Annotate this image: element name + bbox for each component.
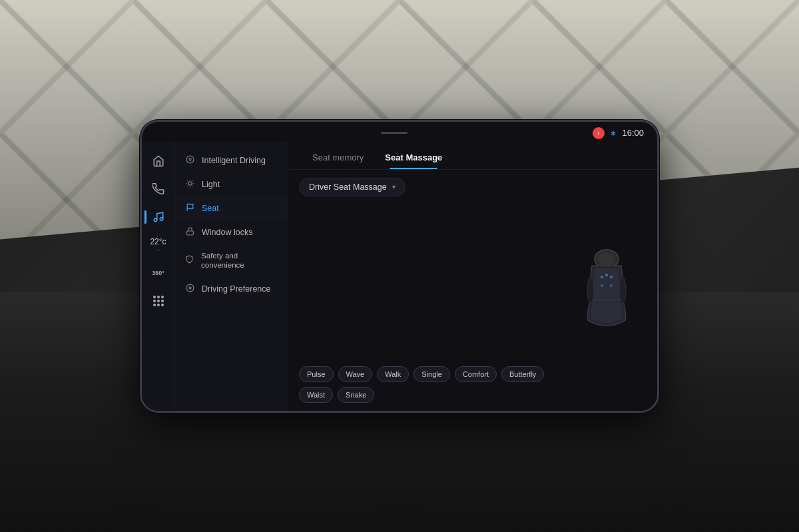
svg-point-27 (610, 284, 613, 287)
sidebar-item-music[interactable] (144, 204, 172, 230)
menu-item-driving-preference[interactable]: Driving Preference (175, 277, 288, 301)
svg-point-26 (601, 284, 603, 287)
svg-line-10 (192, 185, 192, 186)
menu-item-label: Light (202, 180, 220, 189)
screen-bezel: ! ∗ 16:00 (140, 120, 659, 413)
svg-point-4 (186, 156, 194, 163)
menu-item-label: Window locks (202, 228, 252, 237)
clock-display: 16:00 (622, 128, 644, 138)
svg-point-21 (587, 277, 594, 304)
infotainment-screen: ! ∗ 16:00 (140, 120, 659, 413)
svg-text:!: ! (598, 131, 599, 136)
tabs-bar: Seat memory Seat Massage (288, 142, 657, 170)
menu-item-safety[interactable]: Safety and convenience (175, 244, 288, 278)
mode-snake[interactable]: Snake (338, 387, 374, 403)
mode-waist[interactable]: Waist (299, 387, 333, 403)
mode-pulse[interactable]: Pulse (299, 366, 334, 382)
driving-preference-icon (184, 284, 195, 294)
svg-line-13 (187, 185, 188, 186)
svg-point-18 (188, 287, 190, 289)
menu-item-label: Safety and convenience (201, 251, 278, 271)
svg-point-2 (154, 218, 157, 222)
menu-item-light[interactable]: Light (175, 172, 288, 196)
svg-point-24 (605, 274, 608, 276)
menu-item-label: Seat (202, 204, 219, 213)
content-left: Driver Seat Massage ▾ Pulse Wave Walk Si… (299, 178, 556, 403)
sidebar-item-apps[interactable] (144, 288, 172, 314)
light-icon (184, 179, 195, 190)
svg-point-17 (186, 284, 194, 292)
main-content: 22°c — 360° (142, 142, 657, 411)
svg-point-23 (601, 276, 603, 278)
bluetooth-icon: ∗ (610, 129, 617, 138)
dropdown-label: Driver Seat Massage (309, 182, 387, 192)
top-bar: ! ∗ 16:00 (142, 122, 657, 142)
mode-butterfly[interactable]: Butterfly (501, 366, 544, 382)
tab-seat-massage[interactable]: Seat Massage (374, 148, 453, 169)
menu-list: Intelligent Driving (175, 142, 288, 411)
svg-point-20 (598, 252, 615, 266)
svg-point-6 (188, 181, 191, 184)
svg-rect-16 (186, 230, 193, 234)
seat-image-area (567, 178, 647, 403)
menu-item-label: Intelligent Driving (202, 156, 266, 165)
dropdown-arrow-icon: ▾ (392, 183, 396, 190)
menu-item-seat[interactable]: Seat (175, 196, 288, 220)
status-bar: ! ∗ 16:00 (593, 127, 644, 139)
mode-walk[interactable]: Walk (377, 366, 409, 382)
menu-item-intelligent-driving[interactable]: Intelligent Driving (175, 148, 288, 172)
dropdown-row: Driver Seat Massage ▾ (299, 178, 556, 196)
svg-point-5 (188, 158, 190, 160)
safety-icon (184, 255, 194, 266)
svg-point-25 (610, 276, 613, 278)
mode-wave[interactable]: Wave (338, 366, 373, 382)
svg-line-9 (187, 180, 188, 181)
right-panel: Seat memory Seat Massage Driver Seat Mas… (288, 142, 657, 411)
sidebar-icons: 22°c — 360° (142, 142, 175, 411)
svg-point-3 (160, 217, 163, 220)
sidebar-item-home[interactable] (144, 148, 172, 174)
svg-line-14 (192, 180, 192, 181)
driver-seat-dropdown[interactable]: Driver Seat Massage ▾ (299, 178, 405, 196)
content-area: Driver Seat Massage ▾ Pulse Wave Walk Si… (288, 170, 657, 411)
intelligent-driving-icon (184, 155, 195, 166)
menu-item-window-locks[interactable]: Window locks (175, 220, 288, 244)
tab-seat-memory[interactable]: Seat memory (302, 148, 374, 169)
window-locks-icon (184, 227, 195, 238)
sidebar-item-temperature[interactable]: 22°c — (144, 232, 172, 258)
seat-icon (184, 203, 195, 214)
mode-single[interactable]: Single (413, 366, 450, 382)
airbag-warning-icon: ! (593, 127, 605, 139)
sidebar-item-phone[interactable] (144, 176, 172, 202)
massage-modes: Pulse Wave Walk Single Comfort Butterfly… (299, 366, 556, 403)
menu-item-label: Driving Preference (202, 284, 271, 294)
mode-comfort[interactable]: Comfort (455, 366, 497, 382)
svg-point-22 (619, 277, 626, 304)
sidebar-item-360[interactable]: 360° (144, 260, 172, 286)
seat-illustration (573, 247, 640, 334)
drag-handle (381, 132, 407, 134)
